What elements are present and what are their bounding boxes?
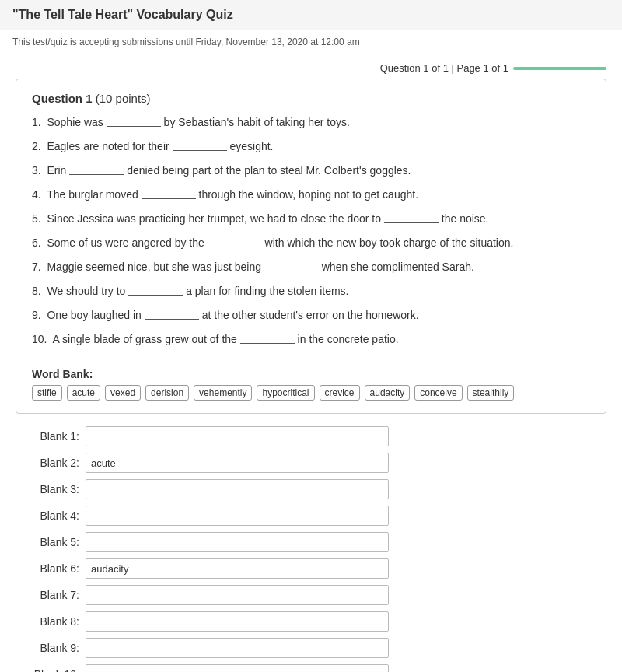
- word-vehemently: vehemently: [194, 385, 252, 401]
- blank-row-10: Blank 10:: [23, 664, 599, 672]
- question-nav-label: Question 1 of 1 | Page 1 of 1: [380, 62, 508, 74]
- blank-label-10: Blank 10:: [23, 668, 86, 672]
- question-item-4: 4. The burglar moved through the window,…: [32, 187, 590, 203]
- blank-row-7: Blank 7:: [23, 585, 599, 605]
- header-bar: "The Tell Tale Heart" Vocabulary Quiz: [0, 0, 622, 30]
- blank-7-inline: [264, 259, 319, 271]
- blank-label-6: Blank 6:: [23, 562, 86, 575]
- question-nav: Question 1 of 1 | Page 1 of 1: [16, 62, 606, 74]
- word-stealthily: stealthily: [467, 385, 515, 401]
- blank-9-inline: [145, 307, 199, 320]
- blank-10-inline: [240, 331, 295, 344]
- word-conceive: conceive: [414, 385, 462, 401]
- question-item-6: 6. Some of us were angered by the with w…: [32, 235, 590, 251]
- question-points: (10 points): [96, 92, 151, 105]
- question-body: 1. Sophie was by Sebastian's habit of ta…: [32, 114, 590, 401]
- word-acute: acute: [67, 385, 100, 401]
- question-item-3: 3. Erin denied being part of the plan to…: [32, 163, 590, 179]
- blank-label-3: Blank 3:: [23, 483, 86, 495]
- blank-input-4[interactable]: [86, 506, 389, 526]
- blank-input-2[interactable]: [86, 453, 389, 473]
- question-item-5: 5. Since Jessica was practicing her trum…: [32, 211, 590, 227]
- blank-input-10[interactable]: [86, 664, 389, 672]
- blank-row-5: Blank 5:: [23, 532, 599, 552]
- question-item-2: 2. Eagles are noted for their eyesight.: [32, 138, 590, 155]
- blank-row-3: Blank 3:: [23, 479, 599, 499]
- page-title: "The Tell Tale Heart" Vocabulary Quiz: [12, 8, 610, 22]
- word-crevice: crevice: [320, 385, 360, 401]
- blank-row-8: Blank 8:: [23, 611, 599, 632]
- blank-input-1[interactable]: [86, 426, 389, 446]
- blank-input-5[interactable]: [86, 532, 389, 552]
- blank-row-9: Blank 9:: [23, 638, 599, 658]
- blank-label-8: Blank 8:: [23, 615, 86, 628]
- question-item-9: 9. One boy laughed in at the other stude…: [32, 307, 590, 324]
- page-container: Question 1 of 1 | Page 1 of 1 Question 1…: [0, 54, 622, 672]
- blank-1-inline: [107, 114, 161, 127]
- question-item-7: 7. Maggie seemed nice, but she was just …: [32, 259, 590, 275]
- blank-input-6[interactable]: [86, 558, 389, 579]
- blank-6-inline: [208, 235, 262, 247]
- progress-bar: [513, 67, 606, 70]
- blank-label-4: Blank 4:: [23, 509, 86, 522]
- word-vexed: vexed: [105, 385, 141, 401]
- question-title: Question 1 (10 points): [32, 92, 590, 105]
- word-bank-words: stifle acute vexed derision vehemently h…: [32, 385, 590, 401]
- blank-5-inline: [384, 211, 439, 223]
- blank-input-9[interactable]: [86, 638, 389, 658]
- word-bank-section: Word Bank: stifle acute vexed derision v…: [32, 360, 590, 401]
- blank-input-3[interactable]: [86, 479, 389, 499]
- blank-2-inline: [173, 138, 227, 151]
- word-derision: derision: [145, 385, 189, 401]
- blank-label-9: Blank 9:: [23, 642, 86, 654]
- blank-label-7: Blank 7:: [23, 589, 86, 601]
- blank-row-6: Blank 6:: [23, 558, 599, 579]
- blank-label-1: Blank 1:: [23, 430, 86, 443]
- question-item-10: 10. A single blade of grass grew out of …: [32, 331, 590, 348]
- blank-8-inline: [128, 283, 183, 296]
- question-item-8: 8. We should try to a plan for finding t…: [32, 283, 590, 299]
- blank-input-7[interactable]: [86, 585, 389, 605]
- word-hypocritical: hypocritical: [257, 385, 314, 401]
- word-audacity: audacity: [365, 385, 411, 401]
- blank-row-4: Blank 4:: [23, 506, 599, 526]
- word-bank-title: Word Bank:: [32, 368, 590, 380]
- question-number-label: Question 1: [32, 92, 93, 105]
- question-item-1: 1. Sophie was by Sebastian's habit of ta…: [32, 114, 590, 131]
- blank-label-2: Blank 2:: [23, 457, 86, 469]
- blank-label-5: Blank 5:: [23, 536, 86, 548]
- blank-4-inline: [142, 187, 196, 199]
- blank-row-1: Blank 1:: [23, 426, 599, 446]
- blank-row-2: Blank 2:: [23, 453, 599, 473]
- submission-info: This test/quiz is accepting submissions …: [0, 30, 622, 54]
- blank-input-8[interactable]: [86, 611, 389, 632]
- question-box: Question 1 (10 points) 1. Sophie was by …: [16, 79, 606, 414]
- word-stifle: stifle: [32, 385, 62, 401]
- submission-info-text: This test/quiz is accepting submissions …: [12, 37, 360, 47]
- blank-3-inline: [69, 163, 124, 175]
- blanks-section: Blank 1: Blank 2: Blank 3: Blank 4: Blan…: [16, 426, 606, 672]
